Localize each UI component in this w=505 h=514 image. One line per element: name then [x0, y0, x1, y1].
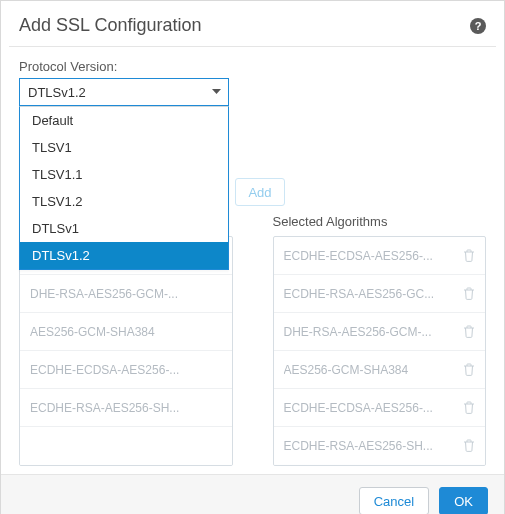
select-value: DTLSv1.2 [28, 85, 86, 100]
trash-icon[interactable] [463, 287, 475, 300]
option-tlsv1[interactable]: TLSV1 [20, 134, 228, 161]
trash-icon[interactable] [463, 401, 475, 414]
dialog-footer: Cancel OK [1, 474, 504, 514]
list-item[interactable]: ECDHE-RSA-AES256-SH... [274, 427, 486, 465]
selected-listbox[interactable]: ECDHE-ECDSA-AES256-... ECDHE-RSA-AES256-… [273, 236, 487, 466]
list-item[interactable]: AES256-GCM-SHA384 [274, 351, 486, 389]
selected-column: Selected Algorithms ECDHE-ECDSA-AES256-.… [273, 214, 487, 466]
protocol-version-dropdown: Default TLSV1 TLSV1.1 TLSV1.2 DTLSv1 DTL… [19, 106, 229, 270]
select-display[interactable]: DTLSv1.2 [19, 78, 229, 106]
option-default[interactable]: Default [20, 107, 228, 134]
ssl-config-dialog: Add SSL Configuration ? Protocol Version… [0, 0, 505, 514]
list-item[interactable]: ECDHE-RSA-AES256-GC... [274, 275, 486, 313]
trash-icon[interactable] [463, 325, 475, 338]
list-item[interactable]: DHE-RSA-AES256-GCM-... [274, 313, 486, 351]
list-item[interactable]: ECDHE-ECDSA-AES256-... [20, 351, 232, 389]
help-icon[interactable]: ? [470, 18, 486, 34]
trash-icon[interactable] [463, 439, 475, 452]
option-dtlsv1[interactable]: DTLSv1 [20, 215, 228, 242]
trash-icon[interactable] [463, 363, 475, 376]
list-fade [20, 451, 232, 465]
list-item[interactable]: ECDHE-ECDSA-AES256-... [274, 389, 486, 427]
list-item[interactable]: DHE-RSA-AES256-GCM-... [20, 275, 232, 313]
dialog-body: Protocol Version: DTLSv1.2 Default TLSV1… [1, 47, 504, 474]
chevron-down-icon [212, 89, 221, 95]
available-listbox[interactable]: ECDHE-RSA-AES256-GC... DHE-RSA-AES256-GC… [19, 236, 233, 466]
protocol-version-label: Protocol Version: [19, 59, 486, 74]
option-tlsv1-1[interactable]: TLSV1.1 [20, 161, 228, 188]
add-button[interactable]: Add [235, 178, 285, 206]
selected-label: Selected Algorithms [273, 214, 487, 230]
cancel-button[interactable]: Cancel [359, 487, 429, 514]
option-dtlsv1-2[interactable]: DTLSv1.2 [20, 242, 228, 269]
option-tlsv1-2[interactable]: TLSV1.2 [20, 188, 228, 215]
dialog-title: Add SSL Configuration [19, 15, 201, 36]
list-item[interactable]: AES256-GCM-SHA384 [20, 313, 232, 351]
ok-button[interactable]: OK [439, 487, 488, 514]
trash-icon[interactable] [463, 249, 475, 262]
dialog-header: Add SSL Configuration ? [1, 1, 504, 46]
protocol-version-select[interactable]: DTLSv1.2 Default TLSV1 TLSV1.1 TLSV1.2 D… [19, 78, 229, 106]
list-item[interactable]: ECDHE-ECDSA-AES256-... [274, 237, 486, 275]
list-item[interactable]: ECDHE-RSA-AES256-SH... [20, 389, 232, 427]
